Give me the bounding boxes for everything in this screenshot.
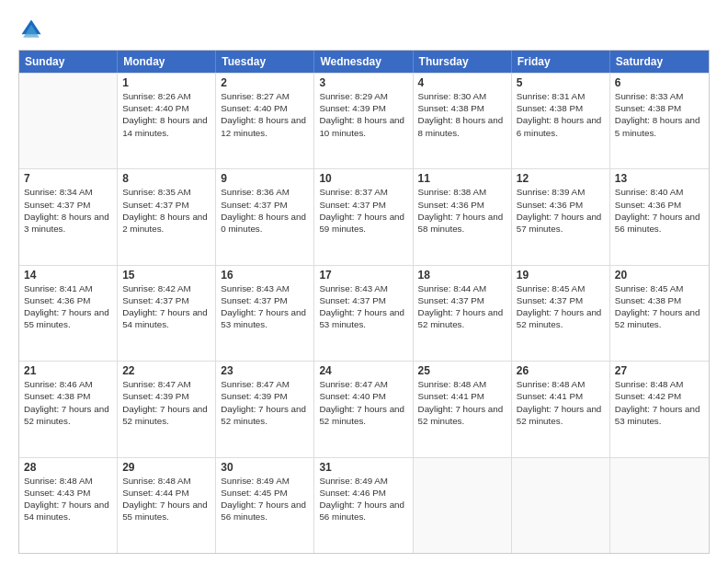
cal-cell: 18Sunrise: 8:44 AM Sunset: 4:37 PM Dayli… [414,266,512,361]
cal-cell [512,458,610,553]
cell-details: Sunrise: 8:33 AM Sunset: 4:38 PM Dayligh… [615,90,704,139]
day-number: 13 [615,172,704,185]
cal-cell: 21Sunrise: 8:46 AM Sunset: 4:38 PM Dayli… [19,362,118,456]
week-row-1: 7Sunrise: 8:34 AM Sunset: 4:37 PM Daylig… [19,168,709,264]
cal-cell: 22Sunrise: 8:47 AM Sunset: 4:39 PM Dayli… [118,362,216,456]
cal-cell: 14Sunrise: 8:41 AM Sunset: 4:36 PM Dayli… [19,266,118,361]
cal-cell: 23Sunrise: 8:47 AM Sunset: 4:39 PM Dayli… [216,362,314,456]
cal-cell: 28Sunrise: 8:48 AM Sunset: 4:43 PM Dayli… [19,458,118,553]
day-number: 6 [615,76,704,89]
day-number: 30 [221,461,309,474]
day-number: 22 [122,364,210,377]
cal-cell: 6Sunrise: 8:33 AM Sunset: 4:38 PM Daylig… [610,74,709,168]
cell-details: Sunrise: 8:37 AM Sunset: 4:37 PM Dayligh… [319,186,407,235]
day-number: 29 [122,461,210,474]
day-number: 18 [418,269,506,282]
day-number: 5 [517,76,605,89]
cal-cell: 1Sunrise: 8:26 AM Sunset: 4:40 PM Daylig… [118,74,216,168]
cal-cell: 12Sunrise: 8:39 AM Sunset: 4:36 PM Dayli… [512,169,610,264]
cal-cell [19,74,118,168]
cal-cell: 17Sunrise: 8:43 AM Sunset: 4:37 PM Dayli… [314,266,413,361]
cal-cell: 15Sunrise: 8:42 AM Sunset: 4:37 PM Dayli… [118,266,216,361]
cell-details: Sunrise: 8:45 AM Sunset: 4:37 PM Dayligh… [517,282,605,331]
day-number: 23 [221,364,309,377]
day-number: 21 [24,364,112,377]
cell-details: Sunrise: 8:46 AM Sunset: 4:38 PM Dayligh… [24,378,112,427]
calendar-header-row: SundayMondayTuesdayWednesdayThursdayFrid… [19,51,709,73]
cal-cell: 29Sunrise: 8:48 AM Sunset: 4:44 PM Dayli… [118,458,216,553]
day-number: 17 [319,269,407,282]
col-header-tuesday: Tuesday [216,51,314,73]
cell-details: Sunrise: 8:36 AM Sunset: 4:37 PM Dayligh… [221,186,309,235]
header [18,17,710,42]
day-number: 12 [517,172,605,185]
day-number: 8 [122,172,210,185]
day-number: 19 [517,269,605,282]
cell-details: Sunrise: 8:35 AM Sunset: 4:37 PM Dayligh… [122,186,210,235]
cal-cell: 10Sunrise: 8:37 AM Sunset: 4:37 PM Dayli… [314,169,413,264]
day-number: 27 [615,364,704,377]
cal-cell: 2Sunrise: 8:27 AM Sunset: 4:40 PM Daylig… [216,74,314,168]
day-number: 1 [122,76,210,89]
cell-details: Sunrise: 8:49 AM Sunset: 4:46 PM Dayligh… [319,475,407,523]
cal-cell: 31Sunrise: 8:49 AM Sunset: 4:46 PM Dayli… [314,458,413,553]
cell-details: Sunrise: 8:42 AM Sunset: 4:37 PM Dayligh… [122,282,210,331]
cell-details: Sunrise: 8:48 AM Sunset: 4:43 PM Dayligh… [24,475,112,523]
page: SundayMondayTuesdayWednesdayThursdayFrid… [0,0,728,563]
week-row-2: 14Sunrise: 8:41 AM Sunset: 4:36 PM Dayli… [19,265,709,361]
cal-cell [414,458,512,553]
col-header-thursday: Thursday [414,51,512,73]
cal-cell: 8Sunrise: 8:35 AM Sunset: 4:37 PM Daylig… [118,169,216,264]
col-header-wednesday: Wednesday [314,51,413,73]
cal-cell [610,458,709,553]
day-number: 14 [24,269,112,282]
cell-details: Sunrise: 8:43 AM Sunset: 4:37 PM Dayligh… [221,282,309,331]
day-number: 4 [418,76,506,89]
day-number: 26 [517,364,605,377]
day-number: 20 [615,269,704,282]
cell-details: Sunrise: 8:34 AM Sunset: 4:37 PM Dayligh… [24,186,112,235]
cal-cell: 20Sunrise: 8:45 AM Sunset: 4:38 PM Dayli… [610,266,709,361]
logo [18,17,48,42]
cal-cell: 9Sunrise: 8:36 AM Sunset: 4:37 PM Daylig… [216,169,314,264]
cell-details: Sunrise: 8:27 AM Sunset: 4:40 PM Dayligh… [221,90,309,139]
cal-cell: 11Sunrise: 8:38 AM Sunset: 4:36 PM Dayli… [414,169,512,264]
col-header-friday: Friday [512,51,610,73]
day-number: 10 [319,172,407,185]
cell-details: Sunrise: 8:26 AM Sunset: 4:40 PM Dayligh… [122,90,210,139]
cal-cell: 25Sunrise: 8:48 AM Sunset: 4:41 PM Dayli… [414,362,512,456]
cell-details: Sunrise: 8:40 AM Sunset: 4:36 PM Dayligh… [615,186,704,235]
cal-cell: 16Sunrise: 8:43 AM Sunset: 4:37 PM Dayli… [216,266,314,361]
day-number: 15 [122,269,210,282]
cal-cell: 26Sunrise: 8:48 AM Sunset: 4:41 PM Dayli… [512,362,610,456]
day-number: 2 [221,76,309,89]
cell-details: Sunrise: 8:48 AM Sunset: 4:41 PM Dayligh… [517,378,605,427]
cal-cell: 13Sunrise: 8:40 AM Sunset: 4:36 PM Dayli… [610,169,709,264]
cell-details: Sunrise: 8:41 AM Sunset: 4:36 PM Dayligh… [24,282,112,331]
cell-details: Sunrise: 8:31 AM Sunset: 4:38 PM Dayligh… [517,90,605,139]
day-number: 31 [319,461,407,474]
day-number: 11 [418,172,506,185]
logo-icon [18,17,44,42]
day-number: 28 [24,461,112,474]
cal-cell: 5Sunrise: 8:31 AM Sunset: 4:38 PM Daylig… [512,74,610,168]
cell-details: Sunrise: 8:39 AM Sunset: 4:36 PM Dayligh… [517,186,605,235]
day-number: 16 [221,269,309,282]
day-number: 9 [221,172,309,185]
cell-details: Sunrise: 8:47 AM Sunset: 4:39 PM Dayligh… [122,378,210,427]
cell-details: Sunrise: 8:48 AM Sunset: 4:44 PM Dayligh… [122,475,210,523]
col-header-monday: Monday [118,51,216,73]
cal-cell: 19Sunrise: 8:45 AM Sunset: 4:37 PM Dayli… [512,266,610,361]
day-number: 24 [319,364,407,377]
cell-details: Sunrise: 8:30 AM Sunset: 4:38 PM Dayligh… [418,90,506,139]
col-header-sunday: Sunday [19,51,118,73]
cal-cell: 30Sunrise: 8:49 AM Sunset: 4:45 PM Dayli… [216,458,314,553]
cell-details: Sunrise: 8:43 AM Sunset: 4:37 PM Dayligh… [319,282,407,331]
cell-details: Sunrise: 8:47 AM Sunset: 4:39 PM Dayligh… [221,378,309,427]
cell-details: Sunrise: 8:48 AM Sunset: 4:41 PM Dayligh… [418,378,506,427]
cell-details: Sunrise: 8:48 AM Sunset: 4:42 PM Dayligh… [615,378,704,427]
cell-details: Sunrise: 8:29 AM Sunset: 4:39 PM Dayligh… [319,90,407,139]
cell-details: Sunrise: 8:49 AM Sunset: 4:45 PM Dayligh… [221,475,309,523]
calendar-body: 1Sunrise: 8:26 AM Sunset: 4:40 PM Daylig… [19,73,709,553]
cal-cell: 24Sunrise: 8:47 AM Sunset: 4:40 PM Dayli… [314,362,413,456]
